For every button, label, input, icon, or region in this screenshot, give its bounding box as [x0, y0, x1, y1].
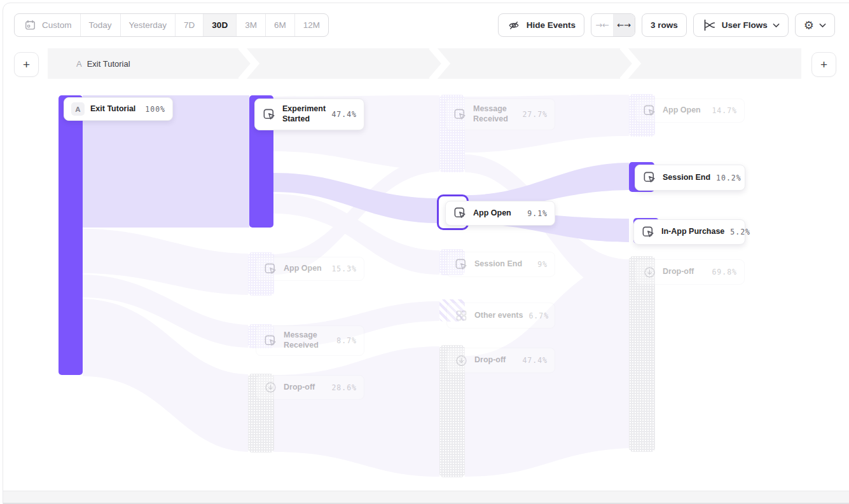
- step-label-group: A Exit Tutorial: [48, 59, 130, 69]
- node-label: Drop-off: [663, 267, 694, 277]
- node-card-drop-off-3[interactable]: Drop-off47.4%: [446, 348, 555, 373]
- event-icon: [454, 257, 469, 272]
- node-percentage: 10.2%: [716, 174, 742, 182]
- settings-button[interactable]: ⚙: [795, 13, 835, 37]
- node-card-app-open-4[interactable]: App Open14.7%: [635, 99, 745, 123]
- hide-events-label: Hide Events: [527, 20, 576, 30]
- node-card-app-open-2[interactable]: App Open15.3%: [256, 257, 364, 281]
- node-card-other-events-3[interactable]: Other events6.7%: [446, 303, 555, 329]
- date-range-7d[interactable]: 7D: [176, 14, 204, 36]
- event-icon: [641, 225, 656, 240]
- node-percentage: 6.7%: [528, 311, 549, 320]
- date-range-label: 6M: [274, 20, 286, 30]
- step-badge: A: [76, 59, 82, 69]
- node-card-drop-off-4[interactable]: Drop-off69.8%: [635, 259, 745, 285]
- date-range-area: CustomTodayYesterday7D30D3M6M12M: [14, 13, 329, 37]
- node-card-drop-off-2[interactable]: Drop-off28.6%: [256, 375, 364, 400]
- date-range-label: Today: [89, 20, 112, 30]
- eye-off-icon: [507, 18, 521, 32]
- node-label: Other events: [474, 311, 523, 321]
- event-icon: [263, 262, 278, 276]
- node-percentage: 8.7%: [336, 336, 357, 345]
- node-percentage: 47.4%: [522, 356, 548, 365]
- event-icon: [642, 104, 657, 118]
- calendar-icon: [23, 18, 38, 32]
- node-label: In-App Purchase: [661, 227, 724, 237]
- view-selector-button[interactable]: User Flows: [693, 13, 789, 37]
- date-range-label: 7D: [184, 20, 195, 30]
- drop-off-icon: [454, 353, 469, 368]
- view-selector-label: User Flows: [722, 20, 768, 30]
- event-icon: [262, 107, 277, 122]
- expand-columns-button[interactable]: ←→: [613, 14, 635, 36]
- width-toggle-group: →← ←→: [591, 13, 635, 37]
- node-percentage: 100%: [145, 105, 165, 114]
- user-flows-icon: [702, 18, 717, 32]
- node-percentage: 5.2%: [730, 228, 750, 236]
- date-range-6m[interactable]: 6M: [266, 14, 295, 36]
- drop-off-icon: [642, 265, 657, 280]
- node-percentage: 9%: [537, 260, 548, 269]
- node-label: Experiment Started: [282, 104, 326, 124]
- node-card-in-app-purchase-4[interactable]: In-App Purchase5.2%: [633, 219, 745, 245]
- node-card-app-open-3[interactable]: App Open9.1%: [445, 201, 555, 226]
- node-card-experiment-started-2[interactable]: Experiment Started47.4%: [254, 99, 364, 130]
- node-percentage: 28.6%: [331, 383, 357, 392]
- node-percentage: 69.8%: [712, 268, 737, 276]
- node-label: App Open: [284, 264, 322, 274]
- date-range-30d[interactable]: 30D: [204, 14, 237, 36]
- node-label: App Open: [663, 106, 701, 116]
- date-range-custom[interactable]: Custom: [15, 14, 81, 36]
- date-range-yesterday[interactable]: Yesterday: [121, 14, 176, 36]
- node-card-message-received-2[interactable]: Message Received8.7%: [256, 325, 364, 356]
- date-range-label: 30D: [212, 20, 228, 30]
- node-card-message-received-3[interactable]: Message Received27.7%: [445, 99, 555, 130]
- date-range-label: 12M: [303, 20, 320, 30]
- date-range-group: CustomTodayYesterday7D30D3M6M12M: [14, 13, 329, 37]
- drop-off-icon: [263, 380, 278, 395]
- node-percentage: 14.7%: [712, 106, 737, 115]
- flow-ribbon: [83, 229, 248, 295]
- node-bar-drop-off-4[interactable]: [629, 256, 655, 452]
- node-percentage: 15.3%: [331, 264, 357, 273]
- node-percentage: 27.7%: [522, 110, 548, 119]
- add-step-left-button[interactable]: +: [14, 52, 39, 77]
- step-band[interactable]: A Exit Tutorial: [48, 48, 801, 79]
- hide-events-button[interactable]: Hide Events: [498, 13, 584, 37]
- node-label: App Open: [473, 208, 511, 219]
- date-range-12m[interactable]: 12M: [295, 14, 328, 36]
- node-label: Drop-off: [284, 383, 315, 393]
- date-range-label: Yesterday: [129, 20, 167, 30]
- step-badge-icon: A: [71, 102, 85, 116]
- node-label: Drop-off: [474, 355, 506, 365]
- event-icon: [642, 170, 657, 185]
- bottom-scroll-strip[interactable]: [3, 491, 849, 504]
- gear-icon: ⚙: [804, 20, 814, 31]
- band-chevron-icon: [429, 48, 451, 79]
- node-label: Session End: [474, 259, 522, 269]
- rows-button[interactable]: 3 rows: [642, 13, 687, 37]
- event-icon: [453, 107, 467, 122]
- toolbar: CustomTodayYesterday7D30D3M6M12M Hide Ev…: [14, 13, 835, 37]
- node-label: Message Received: [284, 330, 331, 350]
- node-card-exit-tutorial-1[interactable]: AExit Tutorial100%: [64, 97, 173, 121]
- node-label: Message Received: [473, 104, 516, 124]
- node-label: Session End: [663, 173, 710, 183]
- node-card-session-end-4[interactable]: Session End10.2%: [635, 165, 745, 191]
- band-chevron-icon: [620, 48, 642, 79]
- event-icon: [453, 206, 467, 221]
- node-card-session-end-3[interactable]: Session End9%: [446, 252, 555, 277]
- date-range-3m[interactable]: 3M: [237, 14, 266, 36]
- date-range-today[interactable]: Today: [81, 14, 121, 36]
- event-icon: [263, 334, 278, 348]
- chevron-down-icon: [773, 23, 780, 28]
- node-label: Exit Tutorial: [90, 104, 135, 114]
- step-label: Exit Tutorial: [87, 59, 130, 69]
- node-percentage: 9.1%: [527, 209, 548, 218]
- flow-ribbon: [83, 299, 248, 452]
- node-bar-exit-tutorial-1[interactable]: [59, 95, 83, 375]
- collapse-columns-button[interactable]: →←: [591, 14, 613, 36]
- add-step-right-button[interactable]: +: [811, 52, 836, 77]
- rows-label: 3 rows: [651, 20, 678, 30]
- flow-ribbon: [273, 173, 437, 223]
